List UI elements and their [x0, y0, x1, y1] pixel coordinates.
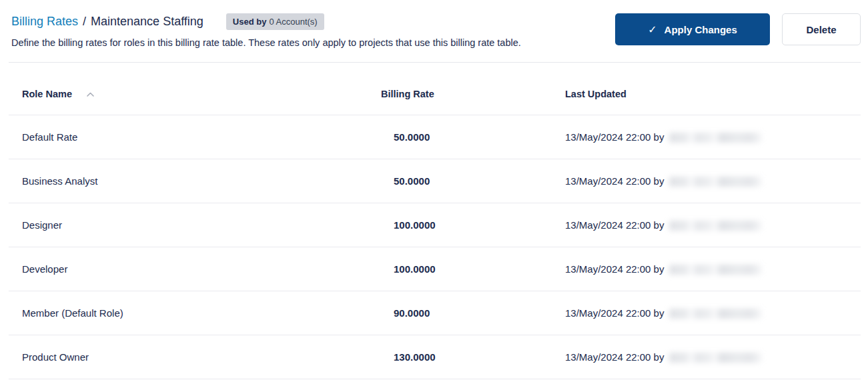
table-row: Developer 100.0000 13/May/2024 22:00 by — [9, 247, 861, 291]
table-header-row: Role Name Billing Rate Last Updated — [9, 63, 861, 115]
used-by-badge-label: Used by — [233, 17, 267, 27]
billing-rate-cell: 100.0000 — [370, 263, 554, 275]
redacted-user-name — [669, 177, 761, 187]
last-updated-cell: 13/May/2024 22:00 by — [554, 175, 861, 187]
billing-rate-value[interactable]: 90.0000 — [394, 307, 430, 319]
billing-rate-value[interactable]: 100.0000 — [394, 219, 436, 231]
redacted-user-name — [669, 265, 761, 275]
last-updated-text: 13/May/2024 22:00 by — [565, 263, 664, 275]
table-row: Business Analyst 50.0000 13/May/2024 22:… — [9, 159, 861, 203]
billing-rate-cell: 50.0000 — [370, 131, 554, 143]
breadcrumb: Billing Rates / Maintenance Staffing Use… — [11, 13, 521, 30]
apply-changes-button[interactable]: ✓ Apply Changes — [615, 13, 770, 45]
page-description: Define the billing rates for roles in th… — [11, 36, 521, 49]
last-updated-text: 13/May/2024 22:00 by — [565, 307, 664, 319]
last-updated-cell: 13/May/2024 22:00 by — [554, 131, 861, 143]
page-header: Billing Rates / Maintenance Staffing Use… — [0, 0, 868, 49]
apply-changes-label: Apply Changes — [665, 24, 737, 35]
redacted-user-name — [669, 309, 761, 319]
billing-rate-value[interactable]: 50.0000 — [394, 175, 430, 187]
role-name-cell: Developer — [9, 263, 370, 275]
header-text-block: Billing Rates / Maintenance Staffing Use… — [11, 13, 521, 49]
role-name-cell: Designer — [9, 219, 370, 231]
table-row: Designer 100.0000 13/May/2024 22:00 by — [9, 203, 861, 247]
last-updated-cell: 13/May/2024 22:00 by — [554, 263, 861, 275]
page-title: Maintenance Staffing — [91, 15, 203, 29]
billing-rate-cell: 50.0000 — [370, 175, 554, 187]
billing-rate-cell: 90.0000 — [370, 307, 554, 319]
billing-rate-value[interactable]: 100.0000 — [394, 263, 436, 275]
header-actions: ✓ Apply Changes Delete — [615, 13, 861, 45]
role-name-cell: Business Analyst — [9, 175, 370, 187]
redacted-user-name — [669, 221, 761, 231]
used-by-badge-value: 0 Account(s) — [269, 17, 317, 27]
breadcrumb-link-billing-rates[interactable]: Billing Rates — [11, 15, 78, 29]
table-row: Default Rate 50.0000 13/May/2024 22:00 b… — [9, 115, 861, 159]
last-updated-cell: 13/May/2024 22:00 by — [554, 307, 861, 319]
check-icon: ✓ — [648, 23, 657, 36]
billing-rate-cell: 100.0000 — [370, 219, 554, 231]
sort-ascending-icon — [86, 91, 95, 97]
redacted-user-name — [669, 133, 761, 143]
breadcrumb-separator: / — [83, 15, 86, 29]
last-updated-text: 13/May/2024 22:00 by — [565, 219, 664, 231]
billing-rate-value[interactable]: 130.0000 — [394, 351, 436, 363]
billing-rate-cell: 130.0000 — [370, 351, 554, 363]
column-header-role-name-label: Role Name — [22, 89, 72, 99]
last-updated-cell: 13/May/2024 22:00 by — [554, 351, 861, 363]
last-updated-text: 13/May/2024 22:00 by — [565, 351, 664, 363]
role-name-cell: Member (Default Role) — [9, 307, 370, 319]
table-row: Member (Default Role) 90.0000 13/May/202… — [9, 291, 861, 335]
column-header-billing-rate[interactable]: Billing Rate — [370, 89, 554, 115]
role-name-cell: Default Rate — [9, 131, 370, 143]
delete-button[interactable]: Delete — [782, 13, 861, 45]
table-row: Product Owner 130.0000 13/May/2024 22:00… — [9, 335, 861, 379]
last-updated-text: 13/May/2024 22:00 by — [565, 131, 664, 143]
column-header-role-name[interactable]: Role Name — [9, 89, 370, 115]
role-name-cell: Product Owner — [9, 351, 370, 363]
last-updated-text: 13/May/2024 22:00 by — [565, 175, 664, 187]
billing-rate-value[interactable]: 50.0000 — [394, 131, 430, 143]
last-updated-cell: 13/May/2024 22:00 by — [554, 219, 861, 231]
delete-label: Delete — [806, 24, 836, 35]
used-by-badge: Used by0 Account(s) — [226, 13, 324, 30]
column-header-last-updated[interactable]: Last Updated — [554, 89, 861, 115]
billing-rates-table: Role Name Billing Rate Last Updated Defa… — [9, 62, 861, 379]
redacted-user-name — [669, 353, 761, 363]
